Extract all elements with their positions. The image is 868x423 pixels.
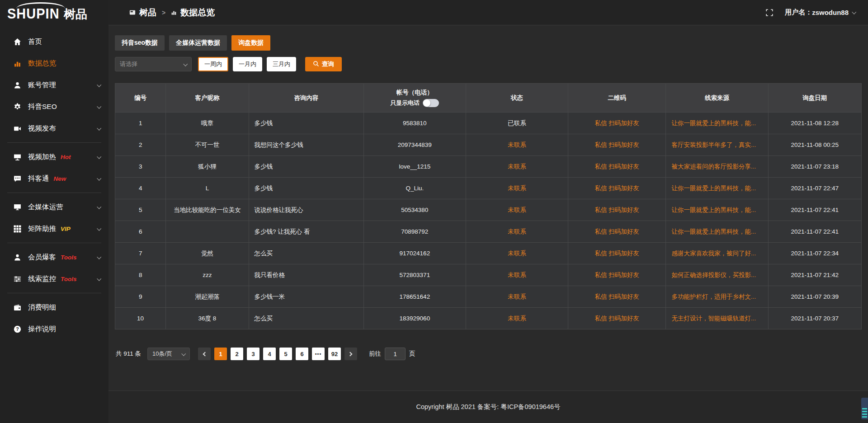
cell-qr[interactable]: 私信 扫码加好友 [568, 221, 666, 243]
page-button-92[interactable]: 92 [328, 348, 341, 360]
cell-content: 多少钱? 让我死心 看 [249, 221, 363, 243]
tab-1[interactable]: 全媒体运营数据 [169, 35, 227, 51]
sidebar-item-account-management[interactable]: 账号管理 [0, 74, 108, 96]
logo-link[interactable]: SHUPIN 树品 [0, 0, 108, 26]
chevron-down-icon [97, 176, 101, 180]
cell-qr[interactable]: 私信 扫码加好友 [568, 178, 666, 199]
cell-qr[interactable]: 私信 扫码加好友 [568, 243, 666, 264]
topbar: 树品 > 数据总览 用户名： zswodun88 [108, 0, 868, 25]
filter-select[interactable]: 请选择 [115, 57, 192, 71]
total-count: 共 911 条 [116, 350, 141, 358]
sidebar-item-label: 线索监控 [28, 274, 56, 284]
cell-source[interactable]: 多功能护栏灯，适用于乡村文... [666, 286, 768, 308]
page-ellipsis-button[interactable]: ••• [312, 348, 325, 360]
sidebar-item-douyin-seo[interactable]: 抖音SEO [0, 96, 108, 118]
cell-qr[interactable]: 私信 扫码加好友 [568, 134, 666, 156]
sidebar-item-home[interactable]: 首页 [0, 31, 108, 52]
cell-source[interactable]: 无主灯设计，智能磁吸轨道灯... [666, 308, 768, 329]
page-button-5[interactable]: 5 [279, 348, 292, 360]
goto-page-input[interactable] [385, 348, 406, 360]
sidebar-item-label: 首页 [28, 37, 42, 47]
query-button[interactable]: 查询 [305, 57, 342, 71]
cell-source[interactable]: 被大家追着问的客厅投影分享... [666, 156, 768, 178]
cell-source[interactable]: 感谢大家喜欢我家，被问了好... [666, 243, 768, 264]
svg-text:?: ? [16, 326, 19, 332]
goto-label: 前往 [369, 350, 381, 358]
sidebar-item-label: 视频发布 [28, 124, 56, 133]
cell-source[interactable]: 让你一眼就爱上的黑科技，能... [666, 199, 768, 221]
cell-nickname: zzz [166, 264, 249, 286]
table-row: 5当地比较能吃的一位美女说说价格让我死心50534380未联系私信 扫码加好友让… [115, 199, 862, 221]
page-list: 123456•••92 [214, 348, 341, 360]
cell-status: 未联系 [466, 308, 568, 329]
menu-divider [7, 193, 101, 193]
page-button-3[interactable]: 3 [247, 348, 259, 360]
range-button-2[interactable]: 三月内 [267, 57, 296, 71]
filter-select-placeholder: 请选择 [120, 60, 137, 68]
sidebar-item-operation-guide[interactable]: ?操作说明 [0, 318, 108, 340]
cell-date: 2021-11-07 22:41 [768, 199, 861, 221]
bar-chart-icon [171, 9, 177, 15]
cell-qr[interactable]: 私信 扫码加好友 [568, 286, 666, 308]
cell-source[interactable]: 让你一眼就爱上的黑科技，能... [666, 221, 768, 243]
sidebar-badge: Tools [61, 254, 77, 261]
sidebar-item-member-baoke[interactable]: 会员爆客Tools [0, 246, 108, 268]
cell-qr[interactable]: 私信 扫码加好友 [568, 113, 666, 134]
cell-content: 多少钱 [249, 178, 363, 199]
sidebar-item-lead-monitor[interactable]: 线索监控Tools [0, 268, 108, 290]
page-button-6[interactable]: 6 [296, 348, 308, 360]
app-window-icon [129, 9, 136, 16]
cell-source[interactable]: 客厅安装投影半年多了，真实... [666, 134, 768, 156]
user-menu[interactable]: 用户名： zswodun88 [785, 8, 855, 17]
cell-source[interactable]: 让你一眼就爱上的黑科技，能... [666, 113, 768, 134]
chevron-down-icon [97, 104, 101, 108]
range-button-1[interactable]: 一月内 [233, 57, 262, 71]
sidebar-item-omnimedia-operation[interactable]: 全媒体运营 [0, 196, 108, 218]
sidebar-item-doukertong[interactable]: 抖客通New [0, 168, 108, 189]
prev-page-button[interactable] [198, 348, 211, 360]
cell-qr[interactable]: 私信 扫码加好友 [568, 156, 666, 178]
cell-id: 2 [115, 134, 166, 156]
tab-0[interactable]: 抖音seo数据 [115, 35, 165, 51]
sidebar-item-data-overview[interactable]: 数据总览 [0, 52, 108, 74]
fullscreen-button[interactable] [766, 9, 773, 16]
inquiry-table: 编号客户昵称咨询内容帐号（电话）只显示电话状态二维码线索来源询盘日期1哦章多少钱… [115, 83, 862, 329]
chevron-down-icon [183, 61, 188, 66]
cell-nickname: L [166, 178, 249, 199]
sidebar-item-matrix-boost[interactable]: 矩阵助推VIP [0, 218, 108, 240]
gear-icon [14, 103, 22, 111]
cell-account: 70898792 [363, 221, 466, 243]
next-page-button[interactable] [344, 348, 357, 360]
phone-toggle[interactable] [423, 99, 439, 107]
range-button-0[interactable]: 一周内 [198, 57, 228, 71]
cell-qr[interactable]: 私信 扫码加好友 [568, 264, 666, 286]
cell-source[interactable]: 如何正确选择投影仪，买投影... [666, 264, 768, 286]
wallet-icon [14, 303, 22, 311]
sidebar-item-label: 抖音SEO [28, 102, 57, 112]
tab-2[interactable]: 询盘数据 [231, 35, 270, 51]
chevron-down-icon [97, 276, 101, 281]
breadcrumb-item-home[interactable]: 树品 [139, 7, 156, 19]
cell-content: 怎么买 [249, 243, 363, 264]
floating-widget[interactable] [861, 398, 868, 419]
sidebar-item-video-publish[interactable]: 视频发布 [0, 118, 108, 139]
cell-qr[interactable]: 私信 扫码加好友 [568, 199, 666, 221]
cell-qr[interactable]: 私信 扫码加好友 [568, 308, 666, 329]
sidebar-item-consumption-detail[interactable]: 消费明细 [0, 296, 108, 318]
sidebar-badge: VIP [61, 226, 71, 232]
sidebar-item-label: 消费明细 [28, 303, 56, 312]
cell-source[interactable]: 让你一眼就爱上的黑科技，能... [666, 178, 768, 199]
cell-account: love__1215 [363, 156, 466, 178]
page-button-1[interactable]: 1 [214, 348, 227, 360]
cell-date: 2021-11-07 21:42 [768, 264, 861, 286]
table-row: 2不可一世我想问这个多少钱2097344839未联系私信 扫码加好友客厅安装投影… [115, 134, 862, 156]
page-button-4[interactable]: 4 [263, 348, 276, 360]
home-icon [14, 38, 22, 46]
sidebar: SHUPIN 树品 首页数据总览账号管理抖音SEO视频发布视频加热Hot抖客通N… [0, 0, 108, 423]
table-row: 8zzz我只看价格572803371未联系私信 扫码加好友如何正确选择投影仪，买… [115, 264, 862, 286]
cell-nickname: 狐小狸 [166, 156, 249, 178]
page-button-2[interactable]: 2 [231, 348, 243, 360]
cell-date: 2021-11-07 20:39 [768, 286, 861, 308]
sidebar-item-video-heat[interactable]: 视频加热Hot [0, 146, 108, 168]
page-size-select[interactable]: 10条/页 [147, 348, 190, 360]
